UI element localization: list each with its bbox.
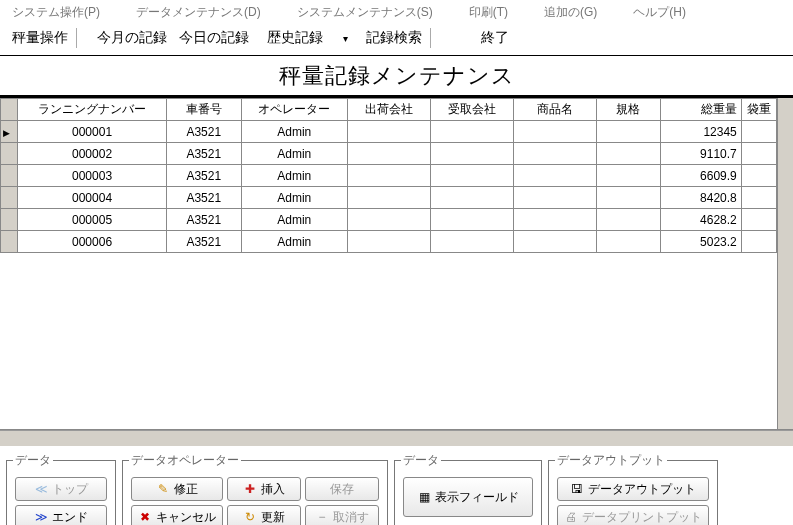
row-selector[interactable] xyxy=(1,165,18,187)
row-selector[interactable] xyxy=(1,187,18,209)
cell-car-number[interactable]: A3521 xyxy=(167,121,242,143)
cell-product[interactable] xyxy=(514,165,597,187)
cell-shipper[interactable] xyxy=(347,231,430,253)
cell-bag-weight[interactable] xyxy=(741,209,776,231)
cell-receiver[interactable] xyxy=(431,187,514,209)
data-print-button[interactable]: 🖨 データプリントプット xyxy=(557,505,709,525)
record-table[interactable]: ランニングナンバー 車番号 オペレーター 出荷会社 受取会社 商品名 規格 総重… xyxy=(0,98,777,253)
cell-bag-weight[interactable] xyxy=(741,143,776,165)
menu-help[interactable]: ヘルプ(H) xyxy=(629,2,690,23)
tool-weigh-operation[interactable]: 秤量操作 xyxy=(6,27,74,49)
tool-history-records[interactable]: 歴史記録 ▾ xyxy=(255,27,360,49)
cell-operator[interactable]: Admin xyxy=(241,187,347,209)
menu-add[interactable]: 追加の(G) xyxy=(540,2,601,23)
cell-product[interactable] xyxy=(514,121,597,143)
col-spec[interactable]: 規格 xyxy=(597,99,661,121)
cell-running-number[interactable]: 000003 xyxy=(18,165,167,187)
row-selector[interactable] xyxy=(1,143,18,165)
tool-month-records[interactable]: 今月の記録 xyxy=(91,27,173,49)
cell-operator[interactable]: Admin xyxy=(241,165,347,187)
cell-gross-weight[interactable]: 5023.2 xyxy=(660,231,741,253)
col-operator[interactable]: オペレーター xyxy=(241,99,347,121)
cell-car-number[interactable]: A3521 xyxy=(167,165,242,187)
cell-spec[interactable] xyxy=(597,143,661,165)
cell-product[interactable] xyxy=(514,209,597,231)
cell-operator[interactable]: Admin xyxy=(241,209,347,231)
cell-product[interactable] xyxy=(514,231,597,253)
cell-bag-weight[interactable] xyxy=(741,121,776,143)
menu-system-operation[interactable]: システム操作(P) xyxy=(8,2,104,23)
cell-spec[interactable] xyxy=(597,187,661,209)
cell-receiver[interactable] xyxy=(431,143,514,165)
cell-receiver[interactable] xyxy=(431,165,514,187)
table-row[interactable]: 000004A3521Admin8420.8 xyxy=(1,187,777,209)
end-button[interactable]: ≫ エンド xyxy=(15,505,107,525)
cell-gross-weight[interactable]: 9110.7 xyxy=(660,143,741,165)
cell-running-number[interactable]: 000001 xyxy=(18,121,167,143)
cell-receiver[interactable] xyxy=(431,121,514,143)
col-receiver[interactable]: 受取会社 xyxy=(431,99,514,121)
vertical-scrollbar[interactable] xyxy=(777,98,793,429)
tool-exit[interactable]: 終了 xyxy=(475,27,515,49)
cell-shipper[interactable] xyxy=(347,165,430,187)
cell-shipper[interactable] xyxy=(347,143,430,165)
data-output-button[interactable]: 🖫 データアウトプット xyxy=(557,477,709,501)
cell-shipper[interactable] xyxy=(347,209,430,231)
menu-data-maintenance[interactable]: データメンテナンス(D) xyxy=(132,2,265,23)
cell-car-number[interactable]: A3521 xyxy=(167,231,242,253)
cell-shipper[interactable] xyxy=(347,187,430,209)
col-product[interactable]: 商品名 xyxy=(514,99,597,121)
col-bag-weight[interactable]: 袋重 xyxy=(741,99,776,121)
cell-spec[interactable] xyxy=(597,209,661,231)
cell-shipper[interactable] xyxy=(347,121,430,143)
menu-print[interactable]: 印刷(T) xyxy=(465,2,512,23)
table-row[interactable]: 000003A3521Admin6609.9 xyxy=(1,165,777,187)
display-fields-button[interactable]: ▦ 表示フィールド xyxy=(403,477,533,517)
cell-running-number[interactable]: 000005 xyxy=(18,209,167,231)
row-selector[interactable] xyxy=(1,231,18,253)
cell-car-number[interactable]: A3521 xyxy=(167,143,242,165)
tool-today-records[interactable]: 今日の記録 xyxy=(173,27,255,49)
cell-gross-weight[interactable]: 6609.9 xyxy=(660,165,741,187)
top-button[interactable]: ≪ トップ xyxy=(15,477,107,501)
cell-bag-weight[interactable] xyxy=(741,165,776,187)
cell-operator[interactable]: Admin xyxy=(241,143,347,165)
col-car-number[interactable]: 車番号 xyxy=(167,99,242,121)
cell-receiver[interactable] xyxy=(431,231,514,253)
menu-system-maintenance[interactable]: システムメンテナンス(S) xyxy=(293,2,437,23)
cell-spec[interactable] xyxy=(597,231,661,253)
cell-gross-weight[interactable]: 12345 xyxy=(660,121,741,143)
cell-bag-weight[interactable] xyxy=(741,231,776,253)
table-row[interactable]: 000001A3521Admin12345 xyxy=(1,121,777,143)
cell-bag-weight[interactable] xyxy=(741,187,776,209)
update-button[interactable]: ↻ 更新 xyxy=(227,505,301,525)
save-button[interactable]: 保存 xyxy=(305,477,379,501)
cell-receiver[interactable] xyxy=(431,209,514,231)
cell-gross-weight[interactable]: 8420.8 xyxy=(660,187,741,209)
table-row[interactable]: 000002A3521Admin9110.7 xyxy=(1,143,777,165)
cell-spec[interactable] xyxy=(597,165,661,187)
cell-gross-weight[interactable]: 4628.2 xyxy=(660,209,741,231)
cell-spec[interactable] xyxy=(597,121,661,143)
cell-operator[interactable]: Admin xyxy=(241,121,347,143)
col-shipper[interactable]: 出荷会社 xyxy=(347,99,430,121)
table-row[interactable]: 000006A3521Admin5023.2 xyxy=(1,231,777,253)
col-gross-weight[interactable]: 総重量 xyxy=(660,99,741,121)
table-row[interactable]: 000005A3521Admin4628.2 xyxy=(1,209,777,231)
tool-record-search[interactable]: 記録検索 xyxy=(360,27,428,49)
cell-product[interactable] xyxy=(514,187,597,209)
cell-running-number[interactable]: 000006 xyxy=(18,231,167,253)
edit-button[interactable]: ✎ 修正 xyxy=(131,477,223,501)
row-selector[interactable] xyxy=(1,209,18,231)
cell-running-number[interactable]: 000002 xyxy=(18,143,167,165)
horizontal-scrollbar[interactable] xyxy=(0,430,793,446)
cell-car-number[interactable]: A3521 xyxy=(167,187,242,209)
cell-product[interactable] xyxy=(514,143,597,165)
cell-car-number[interactable]: A3521 xyxy=(167,209,242,231)
cancel-button[interactable]: ✖ キャンセル xyxy=(131,505,223,525)
row-selector[interactable] xyxy=(1,121,18,143)
col-running-number[interactable]: ランニングナンバー xyxy=(18,99,167,121)
cell-operator[interactable]: Admin xyxy=(241,231,347,253)
insert-button[interactable]: ✚ 挿入 xyxy=(227,477,301,501)
cell-running-number[interactable]: 000004 xyxy=(18,187,167,209)
